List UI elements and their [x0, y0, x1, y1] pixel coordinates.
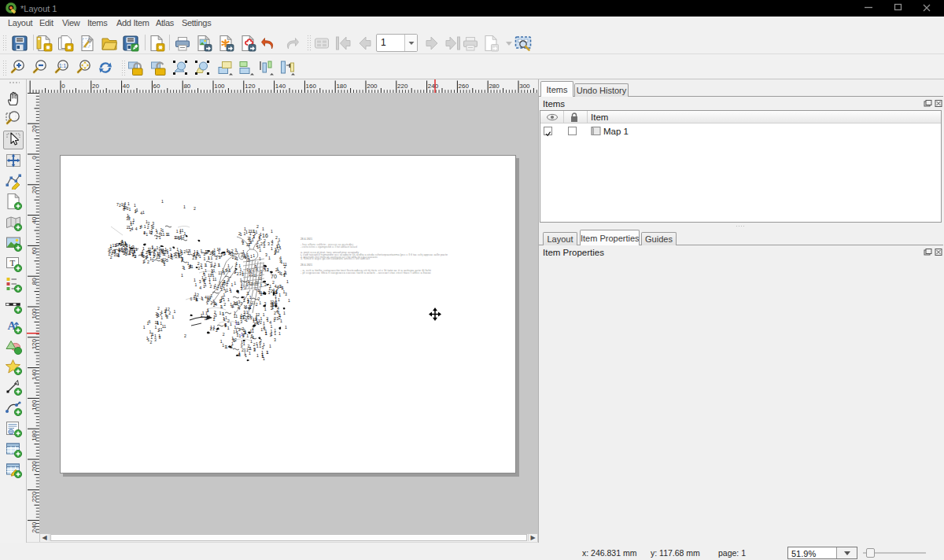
svg-text:20: 20 — [31, 125, 38, 132]
svg-text:180: 180 — [336, 83, 347, 90]
svg-text:100: 100 — [214, 83, 225, 90]
svg-text:20: 20 — [31, 186, 38, 193]
svg-text:28-6-1921: 28-6-1921 — [301, 263, 313, 267]
svg-text:200: 200 — [367, 83, 378, 90]
svg-text:20: 20 — [92, 83, 99, 90]
svg-text:120: 120 — [245, 83, 256, 90]
svg-text:60: 60 — [153, 83, 160, 90]
svg-text:260: 260 — [459, 83, 470, 90]
svg-text:0: 0 — [61, 83, 65, 90]
svg-text:40: 40 — [31, 216, 38, 223]
svg-text:28-6-1921: 28-6-1921 — [301, 237, 313, 241]
svg-text:80: 80 — [183, 83, 190, 90]
svg-text:240: 240 — [428, 83, 439, 90]
svg-text:300: 300 — [519, 83, 530, 90]
svg-text:280: 280 — [489, 83, 500, 90]
svg-text:- pt ccgcaccac tlltca tl cacgc: - pt ccgcaccac tlltca tl cacgcacca cacca… — [301, 271, 431, 274]
svg-text:220: 220 — [397, 83, 408, 90]
svg-text:40: 40 — [123, 83, 130, 90]
svg-text:3. Tcmce e acgcc ga clet catad: 3. Tcmce e acgcc ga clet catadrartc artc… — [301, 257, 370, 260]
svg-text:60: 60 — [31, 247, 38, 254]
svg-text:- cecho echec c egamgecedt cc: - cecho echec c egamgecedt cc ll hot adt… — [301, 245, 357, 249]
svg-text:160: 160 — [306, 83, 317, 90]
svg-text:140: 140 — [275, 83, 286, 90]
svg-text:80: 80 — [31, 278, 38, 285]
